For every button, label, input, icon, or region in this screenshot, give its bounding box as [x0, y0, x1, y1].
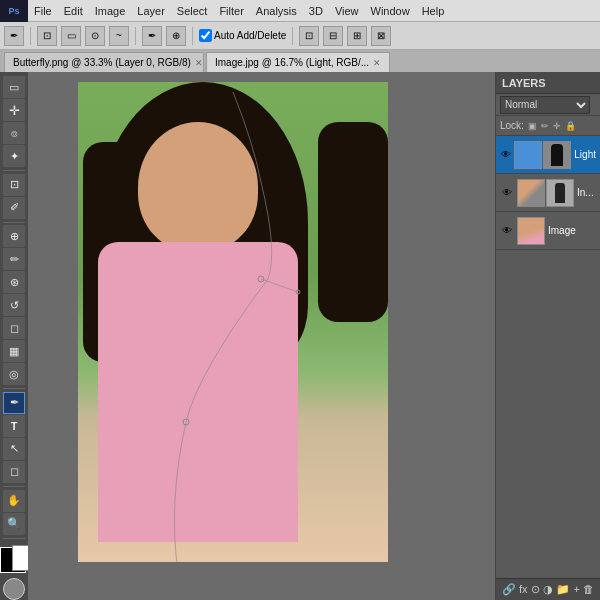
- align-option-1[interactable]: ⊡: [299, 26, 319, 46]
- crop-tool[interactable]: ⊡: [3, 174, 25, 196]
- divider-3: [192, 27, 193, 45]
- divider-2: [135, 27, 136, 45]
- clone-stamp-tool[interactable]: ⊛: [3, 271, 25, 293]
- layer-image-eye[interactable]: 👁: [500, 224, 514, 238]
- tab-butterfly[interactable]: Butterfly.png @ 33.3% (Layer 0, RGB/8) ✕: [4, 52, 204, 72]
- layer-effects-icon[interactable]: fx: [519, 583, 528, 596]
- layer-in-mask: [546, 179, 574, 207]
- menu-file[interactable]: File: [28, 0, 58, 21]
- pen-tool[interactable]: ✒: [3, 392, 25, 414]
- zoom-tool[interactable]: 🔍: [3, 513, 25, 535]
- lock-position-icon[interactable]: ✛: [553, 121, 561, 131]
- auto-add-delete-checkbox-group: Auto Add/Delete: [199, 29, 286, 42]
- pen-tool-options-icon[interactable]: ✒: [4, 26, 24, 46]
- tool-group-brush: ✏: [3, 248, 25, 270]
- menu-window[interactable]: Window: [365, 0, 416, 21]
- menu-bar: Ps File Edit Image Layer Select Filter A…: [0, 0, 600, 22]
- shape-tool[interactable]: ◻: [3, 461, 25, 483]
- lock-label: Lock:: [500, 120, 524, 131]
- quick-mask-tool[interactable]: [3, 578, 25, 600]
- auto-add-delete-checkbox[interactable]: [199, 29, 212, 42]
- path-option-3[interactable]: ⊙: [85, 26, 105, 46]
- layer-image-name: Image: [548, 225, 596, 236]
- move-tool[interactable]: ✛: [3, 99, 25, 121]
- path-option-2[interactable]: ▭: [61, 26, 81, 46]
- tool-group-text: T: [3, 415, 25, 437]
- tool-group-zoom: 🔍: [3, 513, 25, 535]
- canvas-area[interactable]: [28, 72, 495, 600]
- layer-light[interactable]: 👁 Light: [496, 136, 600, 174]
- layer-group-icon[interactable]: 📁: [556, 583, 570, 596]
- eraser-tool[interactable]: ◻: [3, 317, 25, 339]
- history-brush-tool[interactable]: ↺: [3, 294, 25, 316]
- tab-butterfly-close[interactable]: ✕: [195, 58, 203, 68]
- menu-analysis[interactable]: Analysis: [250, 0, 303, 21]
- pen-mode-standard[interactable]: ✒: [142, 26, 162, 46]
- tool-group-healing: ⊕: [3, 225, 25, 247]
- menu-image[interactable]: Image: [89, 0, 132, 21]
- layer-image-thumb: [517, 217, 545, 245]
- pen-mode-magnetic[interactable]: ⊕: [166, 26, 186, 46]
- align-option-3[interactable]: ⊞: [347, 26, 367, 46]
- eyedropper-tool[interactable]: ✐: [3, 197, 25, 219]
- layer-in[interactable]: 👁 In...: [496, 174, 600, 212]
- tab-image-close[interactable]: ✕: [373, 58, 381, 68]
- tool-group-crop: ⊡: [3, 174, 25, 196]
- layer-in-thumbs: [517, 179, 574, 207]
- align-option-4[interactable]: ⊠: [371, 26, 391, 46]
- tool-group-dodge: ◎: [3, 363, 25, 385]
- tool-group-gradient: ▦: [3, 340, 25, 362]
- lock-all-icon[interactable]: 🔒: [565, 121, 576, 131]
- menu-view[interactable]: View: [329, 0, 365, 21]
- hand-tool[interactable]: ✋: [3, 490, 25, 512]
- gradient-tool[interactable]: ▦: [3, 340, 25, 362]
- tool-sep-2: [3, 222, 25, 223]
- tool-group-move: ✛: [3, 99, 25, 121]
- blend-mode-select[interactable]: Normal Dissolve Multiply Screen Overlay: [500, 96, 590, 114]
- lock-paint-icon[interactable]: ✏: [541, 121, 549, 131]
- pen-mode-freeform[interactable]: ~: [109, 26, 129, 46]
- layer-in-thumb: [517, 179, 545, 207]
- layers-panel: LAYERS Normal Dissolve Multiply Screen O…: [495, 72, 600, 600]
- lock-transparency-icon[interactable]: ▣: [528, 121, 537, 131]
- brush-tool[interactable]: ✏: [3, 248, 25, 270]
- healing-brush-tool[interactable]: ⊕: [3, 225, 25, 247]
- path-option-1[interactable]: ⊡: [37, 26, 57, 46]
- layer-light-eye[interactable]: 👁: [500, 148, 511, 162]
- tool-group-eraser: ◻: [3, 317, 25, 339]
- layer-new-icon[interactable]: +: [574, 583, 580, 596]
- layers-blend-mode-row: Normal Dissolve Multiply Screen Overlay: [496, 94, 600, 116]
- face: [138, 122, 258, 252]
- menu-select[interactable]: Select: [171, 0, 214, 21]
- marquee-tool[interactable]: ▭: [3, 76, 25, 98]
- path-selection-tool[interactable]: ↖: [3, 438, 25, 460]
- menu-edit[interactable]: Edit: [58, 0, 89, 21]
- magic-wand-tool[interactable]: ✦: [3, 145, 25, 167]
- tool-sep-3: [3, 388, 25, 389]
- tab-image[interactable]: Image.jpg @ 16.7% (Light, RGB/... ✕: [206, 52, 390, 72]
- align-option-2[interactable]: ⊟: [323, 26, 343, 46]
- layer-in-name: In...: [577, 187, 596, 198]
- body: [98, 242, 298, 542]
- main-area: ▭ ✛ ⌾ ✦ ⊡ ✐ ⊕ ✏ ⊛ ↺ ◻: [0, 72, 600, 600]
- menu-filter[interactable]: Filter: [213, 0, 249, 21]
- layer-delete-icon[interactable]: 🗑: [583, 583, 594, 596]
- menu-help[interactable]: Help: [416, 0, 451, 21]
- toolbar: ▭ ✛ ⌾ ✦ ⊡ ✐ ⊕ ✏ ⊛ ↺ ◻: [0, 72, 28, 600]
- dodge-tool[interactable]: ◎: [3, 363, 25, 385]
- text-tool[interactable]: T: [3, 415, 25, 437]
- lock-bar: Lock: ▣ ✏ ✛ 🔒: [496, 116, 600, 136]
- layer-in-eye[interactable]: 👁: [500, 186, 514, 200]
- layer-adjustment-icon[interactable]: ◑: [543, 583, 553, 596]
- menu-layer[interactable]: Layer: [131, 0, 171, 21]
- lasso-tool[interactable]: ⌾: [3, 122, 25, 144]
- layer-image[interactable]: 👁 Image: [496, 212, 600, 250]
- tabs-bar: Butterfly.png @ 33.3% (Layer 0, RGB/8) ✕…: [0, 50, 600, 72]
- tool-group-magic: ✦: [3, 145, 25, 167]
- layer-light-name: Light: [574, 149, 596, 160]
- layers-panel-header: LAYERS: [496, 72, 600, 94]
- layer-mask-icon[interactable]: ⊙: [531, 583, 540, 596]
- layer-link-icon[interactable]: 🔗: [502, 583, 516, 596]
- menu-3d[interactable]: 3D: [303, 0, 329, 21]
- ps-logo: Ps: [0, 0, 28, 22]
